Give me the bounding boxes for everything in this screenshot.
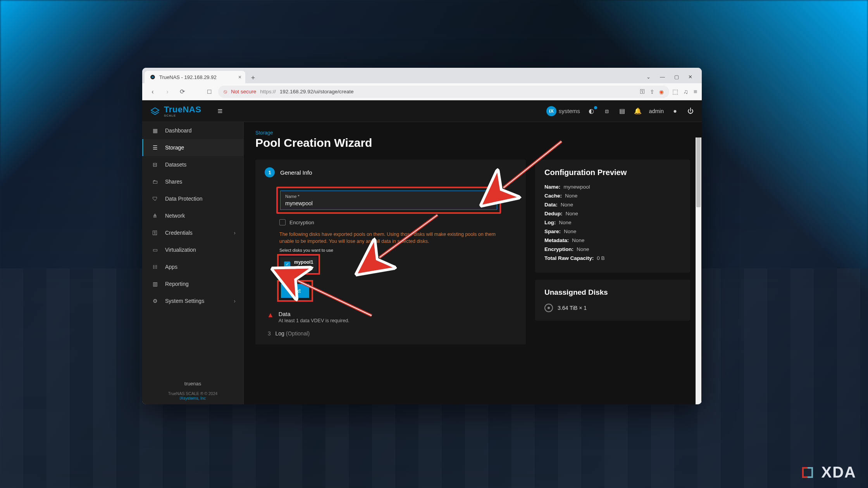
- key-icon[interactable]: ⚿: [640, 89, 645, 95]
- prev-val: 0 B: [597, 255, 604, 261]
- sidebar-item-label: Virtualization: [165, 247, 196, 253]
- prev-key: Spare:: [544, 229, 561, 234]
- media-icon[interactable]: ♫: [684, 88, 688, 95]
- config-preview-title: Configuration Preview: [544, 168, 681, 177]
- sidebar-item-label: Network: [165, 213, 185, 219]
- sidebar-item-label: Dashboard: [165, 127, 192, 134]
- sidebar-item-network[interactable]: ⋔Network: [142, 207, 243, 224]
- close-tab-icon[interactable]: ×: [238, 74, 241, 80]
- ixsystems-logo[interactable]: iX systems: [546, 106, 580, 116]
- laptop-icon: ▭: [151, 247, 159, 253]
- sidebar-item-storage[interactable]: ☰Storage: [142, 139, 243, 156]
- prev-val: None: [566, 211, 578, 217]
- apps-icon: ⁞⁞⁞: [151, 264, 159, 270]
- bell-icon[interactable]: 🔔: [634, 107, 642, 115]
- name-input[interactable]: [285, 199, 486, 206]
- highlight-next-button: Next: [277, 280, 313, 302]
- prev-key: Cache:: [544, 193, 562, 199]
- sidebar-item-label: Storage: [165, 144, 184, 151]
- truenas-app: TrueNAS SCALE ≡ iX systems ◐ ⧇ ▤ 🔔 admin…: [142, 100, 702, 404]
- next-button[interactable]: Next: [281, 284, 309, 298]
- main-content: Storage Pool Creation Wizard 1 General I…: [244, 122, 702, 404]
- reload-button[interactable]: ⟳: [176, 86, 188, 98]
- disk-checkbox[interactable]: ✓: [284, 261, 290, 268]
- sidebar-item-shares[interactable]: 🗀Shares: [142, 173, 243, 190]
- chevron-right-icon: ›: [234, 230, 236, 236]
- bookmark-icon[interactable]: ☐: [203, 86, 215, 98]
- breadcrumb[interactable]: Storage: [255, 130, 690, 136]
- prev-val: None: [564, 229, 576, 234]
- unassigned-disks-card: Unassigned Disks 3.64 TiB × 1: [535, 280, 690, 321]
- browser-tab-active[interactable]: TrueNAS - 192.168.29.92 ×: [145, 71, 245, 83]
- clear-input-icon[interactable]: ×: [486, 199, 492, 206]
- footer-company[interactable]: iXsystems, Inc: [146, 396, 239, 400]
- disk-sub: sdb: [294, 265, 313, 269]
- shield-icon: 🛡: [151, 196, 159, 202]
- sidebar-item-dashboard[interactable]: ▦Dashboard: [142, 122, 243, 139]
- sidebar-item-virtualization[interactable]: ▭Virtualization: [142, 241, 243, 258]
- sidebar-item-system-settings[interactable]: ⚙System Settings›: [142, 292, 243, 309]
- unassigned-size: 3.64 TiB × 1: [558, 305, 587, 311]
- share-icon[interactable]: ⇪: [650, 89, 654, 95]
- sidebar-item-credentials[interactable]: ⚿Credentials›: [142, 224, 243, 241]
- chevron-down-icon[interactable]: ⌄: [646, 74, 651, 80]
- footer-user: truenas: [146, 381, 239, 387]
- prev-val: None: [577, 246, 589, 252]
- extensions-icon[interactable]: ⬚: [672, 88, 678, 95]
- step-title: General Info: [280, 169, 312, 176]
- close-window-icon[interactable]: ✕: [688, 74, 692, 80]
- brand-logo[interactable]: TrueNAS SCALE: [149, 105, 201, 117]
- gear-icon: ⚙: [151, 298, 159, 304]
- account-icon[interactable]: ●: [671, 107, 679, 115]
- prev-key: Total Raw Capacity:: [544, 255, 594, 261]
- warning-icon: ▲: [267, 311, 274, 319]
- brand-text: TrueNAS: [164, 105, 201, 115]
- encryption-label: Encryption: [289, 220, 314, 225]
- step3-number: 3: [268, 330, 271, 337]
- sidebar-footer: truenas TrueNAS SCALE ® © 2024 iXsystems…: [142, 377, 243, 404]
- truenas-icon: [149, 105, 161, 117]
- new-tab-button[interactable]: +: [248, 72, 258, 83]
- sidebar-item-apps[interactable]: ⁞⁞⁞Apps: [142, 258, 243, 275]
- header-user: admin: [649, 108, 664, 114]
- sidebar-item-datasets[interactable]: ⊟Datasets: [142, 156, 243, 173]
- brave-shield-icon[interactable]: ◉: [659, 89, 664, 95]
- hamburger-icon[interactable]: ≡: [217, 106, 222, 116]
- prev-val: None: [561, 202, 573, 208]
- prev-key: Dedup:: [544, 211, 563, 217]
- url-scheme: https://: [260, 89, 276, 95]
- sidebar-item-label: Shares: [165, 179, 182, 185]
- sidebar-item-data-protection[interactable]: 🛡Data Protection: [142, 190, 243, 207]
- chevron-right-icon: ›: [234, 298, 236, 304]
- sidebar-item-label: Reporting: [165, 281, 189, 287]
- scrollbar-thumb[interactable]: [696, 137, 701, 207]
- dashboard-icon: ▦: [151, 127, 159, 134]
- hdd-icon: [544, 304, 553, 312]
- chart-icon: ▥: [151, 281, 159, 287]
- encryption-checkbox[interactable]: [279, 219, 286, 225]
- scrollbar-track[interactable]: [696, 137, 701, 404]
- clipboard-icon[interactable]: ▤: [618, 107, 627, 115]
- disk-chip[interactable]: ✓ mypool1 sdb: [280, 257, 317, 271]
- minimize-icon[interactable]: —: [660, 74, 665, 80]
- menu-icon[interactable]: ≡: [694, 88, 697, 95]
- forward-button[interactable]: ›: [162, 86, 173, 98]
- network-icon: ⋔: [151, 213, 159, 219]
- prev-key: Log:: [544, 220, 556, 225]
- url-field[interactable]: ⦸ Not secure https://192.168.29.92/ui/st…: [218, 86, 669, 98]
- prev-key: Metadata:: [544, 237, 569, 243]
- encryption-row[interactable]: Encryption: [279, 219, 517, 225]
- step-badge: 1: [265, 167, 275, 177]
- maximize-icon[interactable]: ▢: [674, 74, 679, 80]
- app-header: TrueNAS SCALE ≡ iX systems ◐ ⧇ ▤ 🔔 admin…: [142, 100, 702, 122]
- prev-key: Encryption:: [544, 246, 574, 252]
- back-button[interactable]: ‹: [147, 86, 158, 98]
- disk-name: mypool1: [294, 259, 313, 265]
- highlight-disk-select: ✓ mypool1 sdb: [277, 254, 320, 275]
- cube-icon[interactable]: ⧇: [603, 107, 611, 115]
- power-icon[interactable]: ⏻: [686, 107, 695, 115]
- sidebar-item-reporting[interactable]: ▥Reporting: [142, 275, 243, 292]
- not-secure-label: Not secure: [231, 89, 256, 95]
- select-disks-label: Select disks you want to use: [279, 248, 517, 253]
- status-icon[interactable]: ◐: [587, 107, 596, 115]
